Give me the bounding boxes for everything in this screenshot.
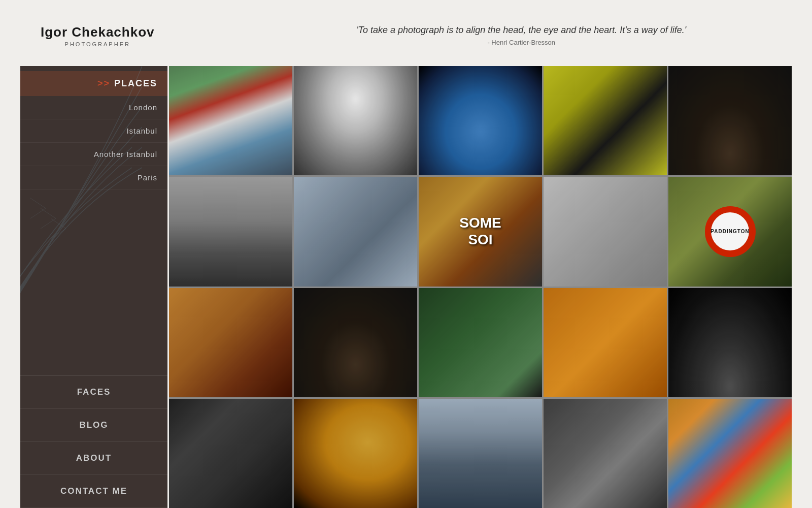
photo-mosque-night[interactable] — [294, 288, 417, 397]
quote-text: 'To take a photograph is to align the he… — [256, 25, 787, 36]
sidebar-bottom: FACES BLOG ABOUT CONTACT ME — [20, 375, 167, 508]
photo-old-man-bw[interactable] — [544, 399, 667, 508]
photo-cafe-people[interactable] — [294, 177, 417, 286]
sidebar-item-contact[interactable]: CONTACT ME — [20, 475, 167, 508]
paddington-circle: PADDINGTON — [705, 206, 756, 257]
paris-label: Paris — [138, 173, 157, 182]
quote-author: - Henri Cartier-Bresson — [256, 39, 787, 46]
logo-area: Igor Chekachkov PHOTOGRAPHER — [41, 24, 155, 47]
some-soi-text: SOME SOI — [459, 214, 501, 248]
paddington-inner: PADDINGTON — [711, 212, 749, 250]
faces-label: FACES — [77, 387, 111, 397]
photo-louvre-glass[interactable] — [544, 177, 667, 286]
photo-colorful-wall[interactable] — [668, 399, 792, 508]
quote-area: 'To take a photograph is to align the he… — [155, 25, 787, 46]
some-soi-line2: SOI — [459, 232, 501, 249]
istanbul-label: Istanbul — [126, 126, 157, 135]
main-layout: >> PLACES London Istanbul Another Istanb… — [20, 66, 792, 508]
photo-tram-bw[interactable] — [169, 399, 292, 508]
blog-label: BLOG — [79, 420, 108, 430]
logo-title: PHOTOGRAPHER — [41, 41, 155, 47]
sidebar-item-about[interactable]: ABOUT — [20, 442, 167, 475]
contact-label: CONTACT ME — [60, 486, 127, 496]
header: Igor Chekachkov PHOTOGRAPHER 'To take a … — [0, 0, 812, 66]
photo-umbrella-orange[interactable] — [544, 288, 667, 397]
paddington-badge: PADDINGTON — [705, 206, 756, 257]
photo-city-street[interactable] — [419, 399, 542, 508]
another-istanbul-label: Another Istanbul — [94, 150, 157, 158]
photo-night-street[interactable] — [668, 66, 792, 175]
photo-eiffel[interactable] — [169, 177, 292, 286]
places-label: PLACES — [114, 78, 157, 89]
paddington-text: PADDINGTON — [710, 229, 749, 234]
photo-green-room[interactable] — [419, 288, 542, 397]
photo-paddington[interactable]: PADDINGTON — [668, 177, 792, 286]
photo-yellow-room[interactable] — [544, 66, 667, 175]
london-label: London — [129, 103, 157, 112]
sidebar-item-paris[interactable]: Paris — [20, 166, 167, 189]
sidebar-places-header[interactable]: >> PLACES — [20, 71, 167, 96]
sidebar-top: >> PLACES London Istanbul Another Istanb… — [20, 66, 167, 375]
about-label: ABOUT — [76, 453, 112, 463]
sidebar-item-istanbul[interactable]: Istanbul — [20, 119, 167, 143]
photo-cat-bw[interactable] — [294, 66, 417, 175]
photo-night-road-bw[interactable] — [668, 288, 792, 397]
photo-london-building[interactable] — [169, 66, 292, 175]
photo-musicians[interactable] — [169, 288, 292, 397]
photo-grid: SOME SOI PADDINGTON — [169, 66, 792, 508]
places-arrows: >> — [97, 78, 110, 89]
sidebar-item-another-istanbul[interactable]: Another Istanbul — [20, 143, 167, 166]
some-soi-line1: SOME — [459, 214, 501, 232]
photo-tunnel-blue[interactable] — [419, 66, 542, 175]
sidebar: >> PLACES London Istanbul Another Istanb… — [20, 66, 167, 508]
sidebar-item-faces[interactable]: FACES — [20, 376, 167, 409]
sidebar-item-blog[interactable]: BLOG — [20, 409, 167, 442]
photo-some-soi[interactable]: SOME SOI — [419, 177, 542, 286]
sidebar-item-london[interactable]: London — [20, 96, 167, 119]
photo-golden-umbrella[interactable] — [294, 399, 417, 508]
logo-name: Igor Chekachkov — [41, 24, 155, 40]
